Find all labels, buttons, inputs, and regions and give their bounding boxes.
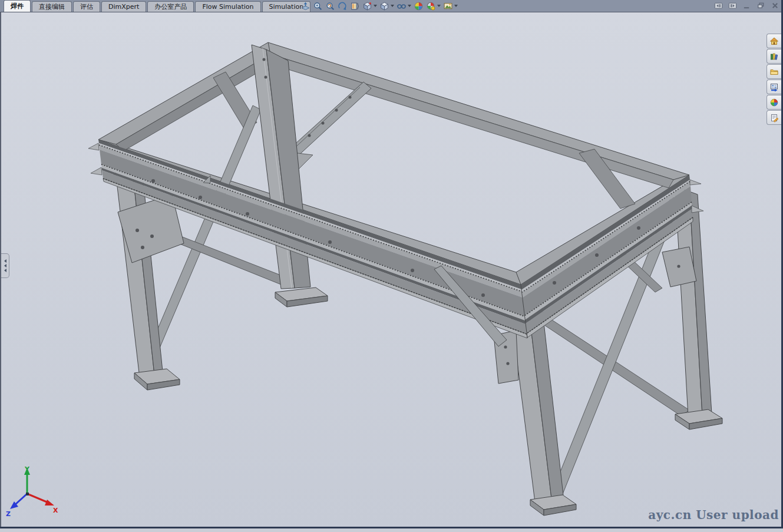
right-cross-brace bbox=[514, 197, 689, 501]
tab-weldment[interactable]: 焊件 bbox=[4, 0, 31, 12]
restore-icon bbox=[756, 1, 765, 10]
back-leg bbox=[252, 45, 328, 307]
apply-scene-icon bbox=[426, 1, 436, 11]
taskpane-tab-solidworks-resources[interactable] bbox=[767, 34, 781, 48]
view-settings-icon bbox=[443, 1, 453, 11]
viewport-3d[interactable]: Y X Z ayc.cn User upload bbox=[1, 12, 781, 527]
taskpane-tab-design-library[interactable] bbox=[767, 49, 781, 64]
rotate-view-icon bbox=[338, 1, 348, 11]
display-style-icon bbox=[379, 1, 389, 11]
right-rear-leg bbox=[662, 187, 722, 429]
taskpane-tab-appearances-scenes[interactable] bbox=[767, 95, 781, 110]
zoom-to-area-icon bbox=[313, 1, 323, 11]
rotate-view-button[interactable] bbox=[338, 1, 348, 11]
previous-document-button[interactable] bbox=[714, 1, 723, 10]
dropdown-arrow-icon[interactable] bbox=[391, 5, 394, 7]
left-cross-brace bbox=[143, 105, 296, 358]
task-pane-tabs bbox=[767, 34, 781, 125]
minimize-icon bbox=[742, 1, 751, 10]
section-view-button[interactable] bbox=[350, 1, 360, 11]
tab-flow-simulation[interactable]: Flow Simulation bbox=[195, 1, 260, 12]
next-document-button[interactable] bbox=[728, 1, 737, 10]
view-settings-button[interactable] bbox=[443, 1, 458, 11]
close-button[interactable] bbox=[771, 1, 779, 10]
top-frame-ring bbox=[98, 42, 689, 285]
display-style-button[interactable] bbox=[379, 1, 394, 11]
axis-y-label: Y bbox=[24, 465, 30, 473]
minimize-button[interactable] bbox=[742, 1, 751, 10]
front-left-rail bbox=[88, 140, 527, 338]
status-strip bbox=[0, 528, 783, 532]
axis-x-label: X bbox=[53, 507, 58, 514]
file-explorer-icon bbox=[769, 67, 779, 77]
axis-z-label: Z bbox=[6, 510, 11, 518]
command-manager-bar: 焊件直接编辑评估DimXpert办公室产品Flow SimulationSimu… bbox=[0, 0, 783, 12]
hide-show-items-icon bbox=[397, 1, 407, 11]
heads-up-view-toolbar bbox=[299, 0, 459, 12]
front-knee-brace bbox=[203, 176, 507, 346]
tab-evaluate[interactable]: 评估 bbox=[73, 1, 100, 12]
edit-appearance-icon bbox=[414, 1, 424, 11]
collapse-arrow-icon bbox=[4, 264, 6, 267]
front-leg bbox=[494, 298, 576, 516]
view-orientation-button[interactable] bbox=[362, 1, 377, 11]
taskpane-tab-file-explorer[interactable] bbox=[767, 64, 781, 79]
drilled-bracket-strip bbox=[282, 82, 371, 170]
home-icon bbox=[769, 37, 779, 46]
zoom-to-area-button[interactable] bbox=[313, 1, 323, 11]
dropdown-arrow-icon[interactable] bbox=[374, 5, 377, 7]
previous-view-icon bbox=[325, 1, 335, 11]
zoom-to-fit-button[interactable] bbox=[300, 1, 310, 11]
solidworks-window: Y X Z ayc.cn User upload 焊件直接编辑评估DimXper… bbox=[0, 0, 783, 532]
zoom-to-fit-icon bbox=[300, 1, 310, 11]
view-orientation-icon bbox=[362, 1, 372, 11]
taskpane-tab-custom-properties[interactable] bbox=[767, 110, 781, 125]
front-left-leg bbox=[111, 166, 184, 390]
featuremanager-flyout-collapsed[interactable] bbox=[1, 253, 9, 278]
coordinate-triad: Y X Z bbox=[5, 464, 59, 518]
watermark-text: ayc.cn User upload bbox=[648, 508, 779, 522]
tab-direct-editing[interactable]: 直接编辑 bbox=[32, 1, 72, 12]
dropdown-arrow-icon[interactable] bbox=[437, 5, 441, 7]
edit-appearance-button[interactable] bbox=[414, 1, 424, 11]
next-doc-icon bbox=[728, 1, 737, 10]
design-library-icon bbox=[769, 52, 779, 61]
dropdown-arrow-icon[interactable] bbox=[454, 5, 458, 7]
tab-office-products[interactable]: 办公室产品 bbox=[147, 1, 194, 12]
taskpane-tab-view-palette[interactable] bbox=[767, 80, 781, 94]
prev-doc-icon bbox=[714, 1, 723, 10]
appearances-icon bbox=[769, 98, 779, 107]
dropdown-arrow-icon[interactable] bbox=[408, 5, 411, 7]
previous-view-button[interactable] bbox=[325, 1, 335, 11]
window-controls bbox=[714, 1, 779, 10]
collapse-arrow-icon bbox=[4, 269, 6, 272]
rear-knee-braces bbox=[213, 72, 635, 209]
front-right-rail bbox=[521, 175, 703, 338]
weldment-model bbox=[0, 0, 783, 532]
collapse-arrow-icon bbox=[4, 259, 6, 263]
window-left-border bbox=[0, 12, 1, 532]
hide-show-items-button[interactable] bbox=[397, 1, 411, 11]
restore-button[interactable] bbox=[756, 1, 765, 10]
section-view-icon bbox=[350, 1, 360, 11]
apply-scene-button[interactable] bbox=[426, 1, 441, 11]
close-icon bbox=[771, 1, 779, 10]
command-manager-tabs: 焊件直接编辑评估DimXpert办公室产品Flow SimulationSimu… bbox=[4, 1, 312, 12]
tab-dimxpert[interactable]: DimXpert bbox=[101, 1, 146, 12]
view-palette-icon bbox=[769, 82, 779, 92]
custom-properties-icon bbox=[769, 113, 779, 123]
